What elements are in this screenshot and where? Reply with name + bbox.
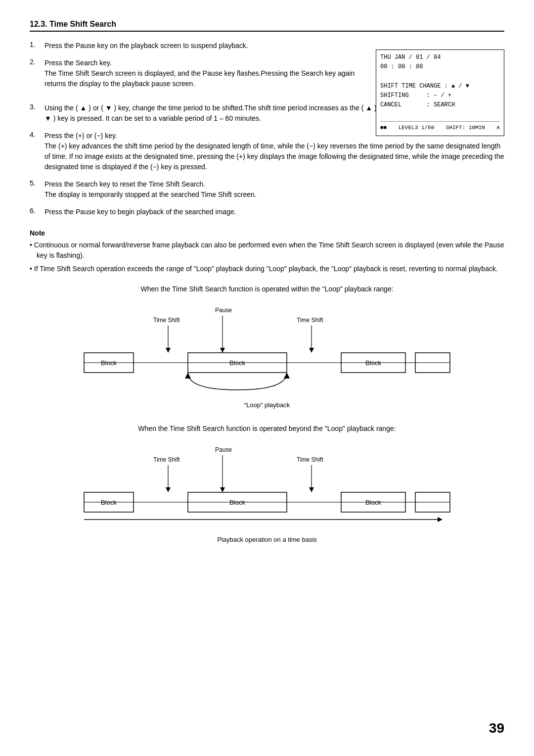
monitor-channel: A bbox=[496, 124, 500, 133]
step-4-number: 4. bbox=[30, 131, 44, 172]
step-2-number: 2. bbox=[30, 58, 44, 89]
step-4-sub: The (+) key advances the shift time peri… bbox=[44, 141, 504, 172]
monitor-line2: 00 : 00 : 00 bbox=[380, 62, 500, 72]
page-number: 39 bbox=[489, 720, 504, 736]
monitor-line3 bbox=[380, 72, 500, 81]
diagram1-description: When the Time Shift Search function is o… bbox=[30, 284, 504, 294]
diagram1-caption: “Loop” playback bbox=[30, 401, 504, 409]
step-2-sub: The Time Shift Search screen is displaye… bbox=[44, 68, 366, 89]
main-content: 12.3. Time Shift Search THU JAN / 01 / 0… bbox=[30, 20, 504, 543]
svg-marker-18 bbox=[185, 373, 191, 378]
step-6-number: 6. bbox=[30, 207, 44, 217]
svg-marker-15 bbox=[309, 348, 314, 353]
step-5-sub: The display is temporarily stopped at th… bbox=[44, 189, 504, 200]
step-1: 1. Press the Pause key on the playback s… bbox=[30, 41, 366, 51]
svg-marker-28 bbox=[166, 487, 171, 492]
step-3-number: 3. bbox=[30, 103, 44, 124]
svg-text:Time Shift: Time Shift bbox=[153, 456, 180, 463]
monitor-line7 bbox=[380, 110, 500, 119]
diagram2-svg: Block Block Block Time Shift Pause Time … bbox=[69, 438, 465, 532]
note-title: Note bbox=[30, 229, 504, 237]
monitor-shift-time: SHIFT: 10MIN bbox=[446, 124, 485, 133]
svg-marker-17 bbox=[284, 373, 290, 378]
monitor-level: LEVEL3 1/60 bbox=[399, 124, 435, 133]
step-6-text: Press the Pause key to begin playback of… bbox=[44, 207, 504, 217]
step-4-full: 4. Press the (+) or (−) key. The (+) key… bbox=[30, 131, 504, 172]
svg-text:Time Shift: Time Shift bbox=[297, 317, 323, 324]
note-item-2: If Time Shift Search operation exceeds t… bbox=[30, 264, 504, 274]
diagram2-caption: Playback operation on a time basis bbox=[30, 536, 504, 543]
step-4-main: Press the (+) or (−) key. bbox=[44, 132, 117, 140]
monitor-line4: SHIFT TIME CHANGE : ▲ / ▼ bbox=[380, 82, 500, 91]
step-2-main: Press the Search key. bbox=[44, 59, 112, 67]
note-section: Note Continuous or normal forward/revers… bbox=[30, 229, 504, 274]
section-name: Time Shift Search bbox=[49, 20, 116, 28]
monitor-line5: SHIFTING : – / + bbox=[380, 91, 500, 100]
step-2: 2. Press the Search key. The Time Shift … bbox=[30, 58, 366, 89]
svg-marker-31 bbox=[220, 487, 225, 492]
step-5-full: 5. Press the Search key to reset the Tim… bbox=[30, 179, 504, 200]
svg-marker-37 bbox=[438, 517, 443, 522]
svg-marker-9 bbox=[166, 348, 171, 353]
monitor-line1: THU JAN / 01 / 04 bbox=[380, 53, 500, 62]
svg-text:Pause: Pause bbox=[215, 446, 232, 453]
step-2-text: Press the Search key. The Time Shift Sea… bbox=[44, 58, 366, 89]
diagram1-svg: Block Block Block Time Shift Pause Time … bbox=[69, 298, 465, 397]
monitor-line6: CANCEL : SEARCH bbox=[380, 100, 500, 110]
monitor-display: THU JAN / 01 / 04 00 : 00 : 00 SHIFT TIM… bbox=[376, 49, 504, 136]
diagram2-description: When the Time Shift Search function is o… bbox=[30, 424, 504, 434]
monitor-bottom: ■■ LEVEL3 1/60 SHIFT: 10MIN A bbox=[380, 124, 500, 133]
svg-text:Time Shift: Time Shift bbox=[153, 317, 180, 324]
step-5-main: Press the Search key to reset the Time S… bbox=[44, 180, 205, 188]
step-4-text: Press the (+) or (−) key. The (+) key ad… bbox=[44, 131, 504, 172]
svg-text:Pause: Pause bbox=[215, 307, 232, 314]
step-1-text: Press the Pause key on the playback scre… bbox=[44, 41, 366, 51]
svg-marker-34 bbox=[309, 487, 314, 492]
svg-marker-12 bbox=[220, 348, 225, 353]
step-5-number: 5. bbox=[30, 179, 44, 200]
section-title: 12.3. Time Shift Search bbox=[30, 20, 504, 32]
svg-text:Time Shift: Time Shift bbox=[297, 456, 323, 463]
step-1-number: 1. bbox=[30, 41, 44, 51]
note-item-1: Continuous or normal forward/reverse fra… bbox=[30, 240, 504, 261]
section-number: 12.3. bbox=[30, 20, 47, 28]
step-6-full: 6. Press the Pause key to begin playback… bbox=[30, 207, 504, 217]
monitor-pause-icon: ■■ bbox=[380, 124, 387, 133]
step-5-text: Press the Search key to reset the Time S… bbox=[44, 179, 504, 200]
